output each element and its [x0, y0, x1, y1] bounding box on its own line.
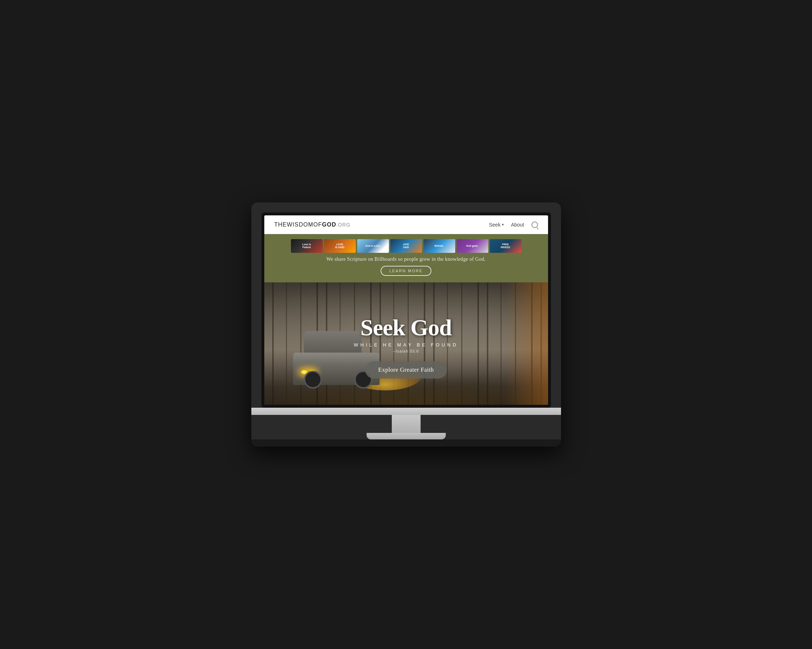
billboard-thumb-2[interactable]: LOVEIS KIND: [324, 239, 356, 253]
search-icon[interactable]: [531, 221, 538, 228]
navbar: THEWISDOMOFGOD.ORG Seek ▾ About: [264, 215, 548, 234]
nav-links: Seek ▾ About: [489, 221, 538, 228]
billboard-label-4: GODSAID: [390, 239, 422, 253]
billboard-thumb-6[interactable]: God gave.: [456, 239, 488, 253]
billboard-thumb-4[interactable]: GODSAID: [390, 239, 422, 253]
screen-bezel: THEWISDOMOFGOD.ORG Seek ▾ About: [261, 212, 551, 408]
screen: THEWISDOMOFGOD.ORG Seek ▾ About: [264, 215, 548, 405]
billboard-label-5: Behold.: [423, 239, 455, 253]
logo-suffix: .ORG: [336, 222, 351, 228]
billboard-thumbnails: Love isPatient LOVEIS KIND God is Love. …: [291, 239, 521, 253]
billboard-label-6: God gave.: [456, 239, 488, 253]
monitor-bottom-edge: [251, 440, 561, 447]
logo-bold: GOD: [322, 221, 336, 228]
hero-verse-ref: –Isaiah 55:6: [393, 349, 419, 353]
billboard-thumb-1[interactable]: Love isPatient: [291, 239, 323, 253]
nav-seek-label: Seek: [489, 222, 501, 228]
hero-section: Seek God WHILE HE MAY BE FOUND –Isaiah 5…: [264, 283, 548, 405]
hero-title: Seek God: [360, 316, 452, 339]
billboard-label-3: God is Love.: [357, 239, 389, 253]
learn-more-button[interactable]: LEARN MORE: [381, 266, 431, 276]
nav-seek[interactable]: Seek ▾: [489, 222, 504, 228]
logo-prefix: THEWISDOMOF: [275, 221, 322, 228]
billboard-label-1: Love isPatient: [291, 239, 323, 253]
billboard-label-7: FREEINDEED: [490, 239, 521, 253]
billboard-label-2: LOVEIS KIND: [324, 239, 356, 253]
billboard-tagline: We share Scripture on Billboards so peop…: [326, 257, 485, 262]
billboard-thumb-3[interactable]: God is Love.: [357, 239, 389, 253]
monitor: THEWISDOMOFGOD.ORG Seek ▾ About: [251, 202, 561, 447]
hero-content: Seek God WHILE HE MAY BE FOUND –Isaiah 5…: [264, 283, 548, 405]
chevron-down-icon: ▾: [502, 223, 504, 226]
billboard-thumb-5[interactable]: Behold.: [423, 239, 455, 253]
hero-subtitle: WHILE HE MAY BE FOUND: [354, 342, 458, 348]
billboard-strip: Love isPatient LOVEIS KIND God is Love. …: [264, 234, 548, 283]
explore-faith-button[interactable]: Explore Greater Faith: [365, 361, 447, 379]
monitor-chin: [251, 408, 561, 415]
monitor-stand-neck: [392, 415, 421, 433]
nav-about-label: About: [511, 222, 524, 228]
billboard-thumb-7[interactable]: FREEINDEED: [490, 239, 521, 253]
monitor-stand-base: [366, 433, 446, 440]
nav-about[interactable]: About: [511, 222, 524, 228]
site-logo[interactable]: THEWISDOMOFGOD.ORG: [275, 221, 351, 228]
